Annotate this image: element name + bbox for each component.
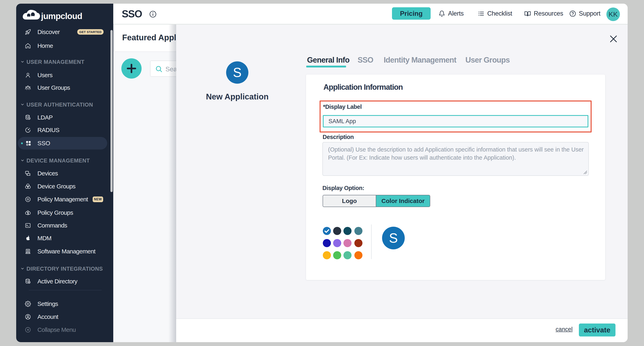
svg-text:jumpcloud: jumpcloud (41, 11, 82, 21)
